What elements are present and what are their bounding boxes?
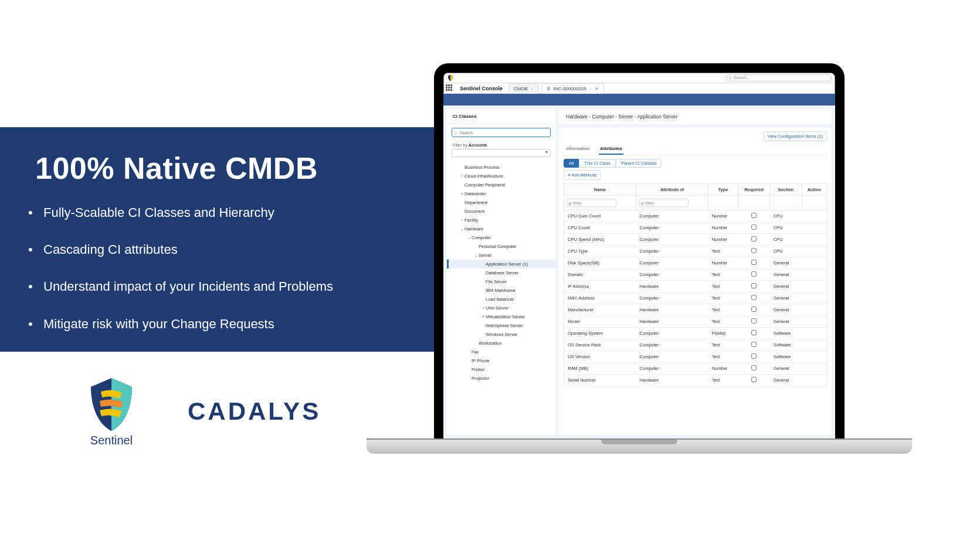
tree-node[interactable]: Fax (447, 348, 555, 356)
caret-icon: › (481, 306, 486, 310)
col-type[interactable]: Type (708, 184, 738, 196)
table-row[interactable]: Operating SystemComputerPicklistSoftware (564, 328, 827, 339)
tree-node[interactable]: ›Datacenter (447, 189, 555, 198)
tree-node[interactable]: Business Process (447, 163, 555, 172)
cell-name: Model (564, 316, 636, 328)
tree-node[interactable]: Printer (447, 365, 555, 374)
tree-node-label: WebSphere Server (486, 323, 523, 328)
name-filter-input[interactable]: ⌕filter (567, 199, 616, 207)
tree-node[interactable]: ⌄Hardware (447, 225, 555, 233)
required-checkbox[interactable] (751, 365, 757, 370)
tree-node[interactable]: ›Unix Server (447, 304, 555, 312)
required-checkbox[interactable] (751, 225, 757, 230)
bullet-2: Cascading CI attributes (35, 239, 402, 260)
table-row[interactable]: CPU CountComputerNumberCPU (564, 222, 827, 234)
required-checkbox[interactable] (751, 342, 757, 347)
tree-node[interactable]: File Server (447, 277, 555, 286)
tree-node[interactable]: Projector (447, 374, 555, 383)
tree-node[interactable]: Computer Peripheral (447, 181, 555, 189)
table-row[interactable]: RAM (MB)ComputerNumberGeneral (564, 363, 827, 375)
cell-attribute-of: Hardware (636, 375, 708, 386)
tree-node[interactable]: ›Facility (447, 216, 555, 225)
cell-required (738, 304, 769, 316)
table-row[interactable]: IP AddressHardwareTextGeneral (564, 281, 827, 292)
cell-attribute-of: Hardware (636, 281, 708, 292)
cell-section: CPU (770, 234, 802, 246)
required-checkbox[interactable] (751, 236, 757, 242)
table-row[interactable]: ModelHardwareTextGeneral (564, 316, 827, 328)
view-config-items-link[interactable]: View Configuration Items (1) (764, 131, 828, 141)
cell-attribute-of: Computer (636, 292, 708, 304)
required-checkbox[interactable] (751, 283, 757, 288)
cell-required (738, 281, 769, 292)
col-section[interactable]: Section (770, 184, 802, 196)
required-checkbox[interactable] (751, 295, 757, 300)
chevron-down-icon[interactable]: ⌄ (589, 86, 592, 91)
close-icon[interactable]: ✕ (595, 86, 599, 91)
pill-all[interactable]: All (564, 159, 579, 168)
search-icon: ⌕ (729, 75, 732, 80)
required-checkbox[interactable] (751, 271, 757, 277)
tree-node[interactable]: Load Balancer (447, 295, 555, 304)
attrof-filter-input[interactable]: ⌕filter (639, 199, 689, 207)
col-required[interactable]: Required (738, 184, 769, 196)
tab-incident[interactable]: 🗎 INC-000000205 ⌄ ✕ (541, 83, 604, 94)
ci-search-input[interactable]: ⌕ Search (452, 128, 551, 137)
app-launcher-icon[interactable] (446, 84, 454, 93)
required-checkbox[interactable] (751, 377, 757, 382)
required-checkbox[interactable] (751, 260, 757, 265)
tree-node[interactable]: Workstation (447, 339, 555, 348)
ci-class-tree: Business Process›Cloud InfrastructureCom… (447, 161, 555, 435)
subtab-information[interactable]: Information (565, 144, 591, 155)
table-row[interactable]: OS VersionComputerTextSoftware (564, 351, 827, 363)
search-icon: ⌕ (455, 130, 457, 135)
required-checkbox[interactable] (751, 307, 757, 312)
required-checkbox[interactable] (751, 248, 757, 253)
table-row[interactable]: DomainComputerTextGeneral (564, 269, 827, 281)
tree-node[interactable]: Personal Computer (447, 242, 555, 251)
tree-node[interactable]: IBM Mainframe (447, 286, 555, 295)
cell-name: Disk Space(GB) (564, 257, 636, 269)
table-row[interactable]: ManufacturerHardwareTextGeneral (564, 304, 827, 316)
add-attribute-button[interactable]: Add Attribute (564, 170, 601, 180)
required-checkbox[interactable] (751, 318, 757, 324)
table-row[interactable]: CPU Core CountComputerNumberCPU (564, 210, 827, 222)
tree-node[interactable]: ›Cloud Infrastructure (447, 172, 555, 181)
cell-required (738, 328, 769, 339)
cell-action (802, 339, 826, 351)
table-row[interactable]: MAC AddressComputerTextGeneral (564, 292, 827, 304)
tree-node[interactable]: Database Server (447, 268, 555, 277)
tree-node[interactable]: ›Virtualization Server (447, 312, 555, 321)
table-row[interactable]: OS Service PackComputerTextSoftware (564, 339, 827, 351)
cell-required (738, 222, 769, 234)
tree-node[interactable]: IP Phone (447, 356, 555, 365)
cell-type: Number (708, 234, 738, 246)
account-select[interactable] (452, 149, 551, 157)
tab-cmdb[interactable]: CMDB ⌄ (508, 83, 539, 94)
table-row[interactable]: CPU Speed (MHz)ComputerNumberCPU (564, 234, 827, 246)
tree-node[interactable]: ⌄Server (447, 251, 555, 260)
required-checkbox[interactable] (751, 330, 757, 335)
pill-this-class[interactable]: This CI Class (579, 159, 616, 168)
required-checkbox[interactable] (751, 353, 757, 359)
pill-parent-classes[interactable]: Parent CI Classes (616, 159, 662, 168)
cell-required (738, 316, 769, 328)
col-attribute-of[interactable]: Attribute of (636, 184, 708, 196)
table-row[interactable]: Disk Space(GB)ComputerNumberGeneral (564, 257, 827, 269)
tree-node[interactable]: Document (447, 207, 555, 216)
table-row[interactable]: Serial NumberHardwareTextGeneral (564, 375, 827, 386)
table-row[interactable]: CPU TypeComputerTextCPU (564, 246, 827, 257)
chevron-down-icon[interactable]: ⌄ (530, 86, 534, 91)
col-action[interactable]: Action (802, 184, 826, 196)
tree-node[interactable]: Windows Server (447, 330, 555, 339)
tree-node[interactable]: WebSphere Server (447, 321, 555, 330)
subtab-attributes[interactable]: Attributes (599, 144, 623, 155)
tree-node[interactable]: ⌄Computer (447, 233, 555, 242)
tree-node-label: File Server (486, 279, 507, 284)
search-icon: ⌕ (641, 200, 644, 206)
tree-node[interactable]: Application Server (1) (447, 260, 555, 268)
tree-node[interactable]: Department (447, 198, 555, 207)
col-name[interactable]: Name (564, 184, 636, 196)
global-search[interactable]: ⌕ Search... (726, 74, 832, 81)
required-checkbox[interactable] (751, 213, 757, 218)
